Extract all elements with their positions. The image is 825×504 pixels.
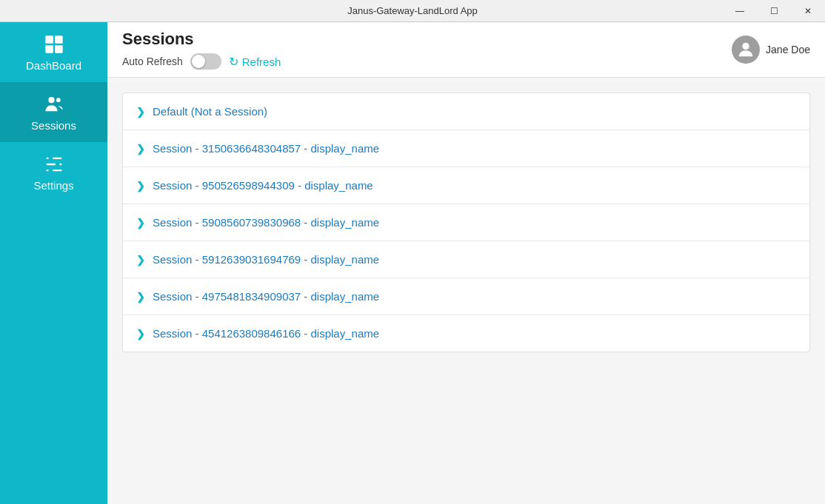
minimize-button[interactable]: — bbox=[723, 0, 757, 22]
maximize-button[interactable]: ☐ bbox=[757, 0, 791, 22]
toggle-knob bbox=[192, 55, 205, 68]
content-area: Sessions Auto Refresh ↻ Refresh bbox=[107, 22, 825, 504]
sessions-list: ❯Default (Not a Session)❯Session - 31506… bbox=[122, 93, 810, 352]
chevron-icon: ❯ bbox=[136, 254, 145, 266]
svg-point-5 bbox=[56, 98, 60, 102]
refresh-label: Refresh bbox=[242, 56, 281, 68]
session-name: Session - 5908560739830968 - display_nam… bbox=[153, 216, 379, 229]
session-name: Session - 4975481834909037 - display_nam… bbox=[153, 290, 379, 303]
refresh-icon: ↻ bbox=[229, 55, 238, 69]
refresh-button[interactable]: ↻ Refresh bbox=[229, 55, 281, 69]
svg-point-12 bbox=[742, 43, 749, 50]
auto-refresh-toggle[interactable] bbox=[190, 53, 221, 70]
sidebar-label-dashboard: DashBoard bbox=[26, 59, 81, 72]
session-item[interactable]: ❯Session - 950526598944309 - display_nam… bbox=[123, 167, 809, 204]
session-item[interactable]: ❯Session - 5912639031694769 - display_na… bbox=[123, 241, 809, 278]
sidebar-label-settings: Settings bbox=[33, 179, 73, 192]
sidebar-item-dashboard[interactable]: DashBoard bbox=[0, 22, 107, 82]
svg-point-10 bbox=[55, 162, 59, 167]
session-item[interactable]: ❯Session - 5908560739830968 - display_na… bbox=[123, 204, 809, 241]
dashboard-icon bbox=[42, 33, 66, 56]
sidebar-item-settings[interactable]: Settings bbox=[0, 142, 107, 202]
chevron-icon: ❯ bbox=[136, 106, 145, 118]
svg-point-9 bbox=[48, 156, 53, 161]
sidebar-item-sessions[interactable]: Sessions bbox=[0, 82, 107, 142]
sidebar-label-sessions: Sessions bbox=[31, 119, 76, 132]
chevron-icon: ❯ bbox=[136, 217, 145, 229]
svg-rect-3 bbox=[55, 45, 63, 53]
session-name: Session - 4541263809846166 - display_nam… bbox=[153, 327, 379, 340]
chevron-icon: ❯ bbox=[136, 180, 145, 192]
session-name: Session - 5912639031694769 - display_nam… bbox=[153, 253, 379, 266]
sessions-icon bbox=[42, 93, 66, 116]
chevron-icon: ❯ bbox=[136, 328, 145, 340]
header-controls: Auto Refresh ↻ Refresh bbox=[122, 53, 281, 70]
window-title: Janus-Gateway-LandLord App bbox=[347, 5, 478, 16]
titlebar: Janus-Gateway-LandLord App — ☐ ✕ bbox=[0, 0, 825, 22]
sessions-container: ❯Default (Not a Session)❯Session - 31506… bbox=[107, 78, 825, 504]
svg-rect-2 bbox=[45, 45, 53, 53]
session-item[interactable]: ❯Session - 4975481834909037 - display_na… bbox=[123, 278, 809, 315]
svg-point-11 bbox=[48, 168, 53, 172]
app-body: DashBoard Sessions bbox=[0, 22, 825, 504]
session-name: Default (Not a Session) bbox=[153, 105, 267, 118]
svg-rect-0 bbox=[45, 36, 53, 44]
page-title: Sessions bbox=[122, 30, 281, 49]
session-item[interactable]: ❯Session - 4541263809846166 - display_na… bbox=[123, 315, 809, 352]
header-left: Sessions Auto Refresh ↻ Refresh bbox=[122, 30, 281, 70]
header: Sessions Auto Refresh ↻ Refresh bbox=[107, 22, 825, 78]
session-item[interactable]: ❯Default (Not a Session) bbox=[123, 93, 809, 130]
svg-rect-1 bbox=[55, 36, 63, 44]
sidebar: DashBoard Sessions bbox=[0, 22, 107, 504]
session-item[interactable]: ❯Session - 3150636648304857 - display_na… bbox=[123, 130, 809, 167]
avatar bbox=[732, 36, 760, 64]
session-name: Session - 950526598944309 - display_name bbox=[153, 179, 373, 192]
username: Jane Doe bbox=[766, 44, 810, 56]
window-controls: — ☐ ✕ bbox=[723, 0, 825, 22]
close-button[interactable]: ✕ bbox=[791, 0, 825, 22]
chevron-icon: ❯ bbox=[136, 143, 145, 155]
chevron-icon: ❯ bbox=[136, 291, 145, 303]
svg-point-4 bbox=[48, 97, 54, 103]
settings-icon bbox=[42, 152, 66, 176]
auto-refresh-label: Auto Refresh bbox=[122, 56, 183, 67]
session-name: Session - 3150636648304857 - display_nam… bbox=[153, 142, 379, 155]
user-area: Jane Doe bbox=[732, 36, 810, 64]
